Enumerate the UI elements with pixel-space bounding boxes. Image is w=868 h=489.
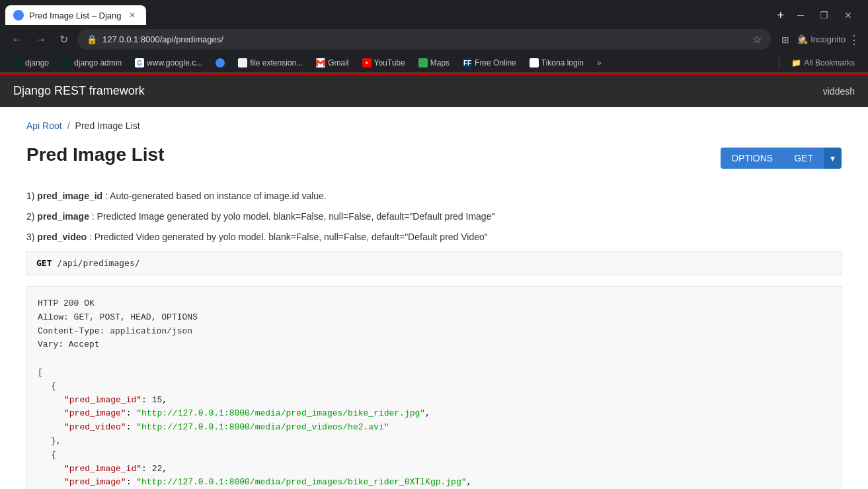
breadcrumb-separator: / [67,120,70,131]
desc-num-3: 3) [26,232,37,242]
bookmark-label: YouTube [374,58,405,67]
new-tab-button[interactable]: + [772,6,790,25]
page-title: Pred Image List [26,144,165,165]
page-content: Django REST framework viddesh Api Root /… [0,75,868,489]
bookmark-django-admin[interactable]: django admin [57,56,127,69]
desc-text-3: : Predicted Video generated by yolo mode… [87,232,488,242]
maps-favicon [418,58,428,67]
drf-username: viddesh [823,86,855,97]
allow-header: Allow: GET, POST, HEAD, OPTIONS [38,311,830,325]
google-g-favicon [216,58,225,67]
django-admin-favicon [62,58,71,67]
bookmark-label: Maps [430,58,450,67]
tab-bar: Pred Image List – Djang ✕ + ─ ❐ ✕ [0,0,868,25]
nav-bar: ← → ↻ 🔒 127.0.0.1:8000/api/predimages/ ☆… [0,25,868,54]
lock-icon: 🔒 [87,34,97,44]
window-controls: ─ ❐ ✕ [792,7,863,23]
bookmark-google[interactable]: G www.google.c... [130,56,208,69]
bookmark-label: Gmail [328,58,348,67]
content-type-val: application/json [110,326,192,336]
desc-text-1: : Auto-generated based on instance of im… [102,191,327,201]
bookmark-star-icon[interactable]: ☆ [752,33,762,46]
bookmark-ff[interactable]: FF Free Online [457,56,522,69]
incognito-button[interactable]: 🕵 Incognito [797,34,846,44]
all-bookmarks-label: All Bookmarks [804,58,855,67]
get-button[interactable]: GET [783,148,824,169]
vary-key: Vary: [38,339,69,349]
google-favicon: G [135,58,144,67]
desc-num-1: 1) [26,191,37,201]
django-favicon [13,58,22,67]
desc-text-2: : Predicted Image generated by yolo mode… [89,211,494,222]
incognito-icon: 🕵 [797,34,808,44]
youtube-favicon [362,58,372,67]
response-area: HTTP 200 OK Allow: GET, POST, HEAD, OPTI… [26,286,842,489]
json-item-1-close: }, [51,435,830,449]
field-desc-1: 1) pred_image_id : Auto-generated based … [26,189,842,203]
reload-button[interactable]: ↻ [56,30,72,48]
allow-val: GET, POST, HEAD, OPTIONS [74,312,198,322]
bookmark-label: Free Online [475,58,516,67]
url-text: 127.0.0.1:8000/api/predimages/ [102,34,747,44]
forward-button[interactable]: → [32,31,50,48]
bookmark-gmail[interactable]: Gmail [311,56,354,69]
bookmark-label: file extension... [250,58,303,67]
drf-framework-title: Django REST framework [13,84,145,98]
nav-actions: ⊞ 🕵 Incognito ⋮ [776,32,860,48]
field-desc-3: 3) pred_video : Predicted Video generate… [26,230,842,244]
vary-val: Accept [69,339,100,349]
bookmark-youtube[interactable]: YouTube [357,56,411,69]
options-button[interactable]: OPTIONS [721,148,783,169]
drf-header: Django REST framework viddesh [0,75,868,107]
json-item-1-video: "pred_video": "http://127.0.0.1:8000/med… [64,421,830,435]
json-item-1-id: "pred_image_id": 15, [64,394,830,408]
breadcrumb-api-root[interactable]: Api Root [26,120,62,131]
http-status: HTTP 200 OK [38,298,95,308]
content-type-key: Content-Type: [38,326,110,336]
bookmark-file-ext[interactable]: file extension... [233,56,308,69]
maximize-button[interactable]: ❐ [814,7,834,23]
close-button[interactable]: ✕ [839,7,857,23]
json-item-2-id: "pred_image_id": 22, [64,463,830,476]
active-tab[interactable]: Pred Image List – Djang ✕ [5,5,146,25]
vary-header: Vary: Accept [38,338,830,352]
main-content: Api Root / Pred Image List Pred Image Li… [0,107,868,489]
minimize-button[interactable]: ─ [792,7,809,23]
get-method-label: GET [36,258,52,268]
back-button[interactable]: ← [8,31,26,48]
tikona-favicon [530,58,539,67]
breadcrumb-current: Pred Image List [75,120,140,131]
more-bookmarks-button[interactable]: » [592,56,607,69]
bookmark-google-g[interactable] [210,56,230,69]
breadcrumb: Api Root / Pred Image List [26,120,842,131]
gmail-favicon [316,58,325,67]
browser-chrome: Pred Image List – Djang ✕ + ─ ❐ ✕ ← → ↻ … [0,0,868,489]
content-type-header: Content-Type: application/json [38,325,830,339]
file-ext-favicon [238,58,247,67]
bookmark-tikona[interactable]: Tikona login [524,56,589,69]
all-bookmarks-button[interactable]: 📁 All Bookmarks [786,56,860,69]
address-bar[interactable]: 🔒 127.0.0.1:8000/api/predimages/ ☆ [77,29,771,50]
http-status-line: HTTP 200 OK [38,297,830,311]
bookmark-label: django [25,58,49,67]
tab-title: Pred Image List – Djang [29,11,121,21]
tab-favicon [13,10,24,21]
allow-key: Allow: [38,312,74,322]
field-desc-2: 2) pred_image : Predicted Image generate… [26,210,842,224]
get-path-label: /api/predimages/ [52,258,139,268]
json-item-1-image: "pred_image": "http://127.0.0.1:8000/med… [64,407,830,421]
incognito-label: Incognito [810,34,846,44]
get-dropdown-button[interactable]: ▾ [824,148,842,169]
tab-close-button[interactable]: ✕ [126,9,138,21]
bookmark-label: Tikona login [541,58,584,67]
bookmark-maps[interactable]: Maps [413,56,455,69]
desc-num-2: 2) [26,211,37,222]
action-buttons: OPTIONS GET ▾ [721,148,842,169]
json-open-bracket: [ [38,366,830,380]
extensions-button[interactable]: ⊞ [776,32,795,48]
bookmark-label: www.google.c... [147,58,202,67]
bookmark-django[interactable]: django [8,56,54,69]
field-name-1: pred_image_id [37,191,102,201]
browser-menu-button[interactable]: ⋮ [848,32,860,47]
ff-favicon: FF [463,58,472,67]
